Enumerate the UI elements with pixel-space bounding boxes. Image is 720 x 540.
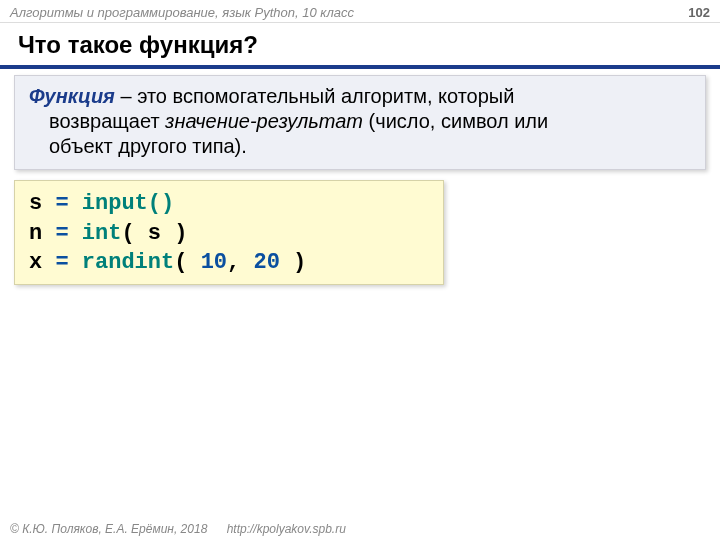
code-box: s = input() n = int( s ) x = randint( 10…: [14, 180, 444, 285]
code-t: x: [29, 250, 55, 275]
code-t: 10: [201, 250, 227, 275]
code-t: =: [55, 221, 81, 246]
footer-copyright: © К.Ю. Поляков, Е.А. Ерёмин, 2018: [10, 522, 207, 536]
code-t: =: [55, 250, 81, 275]
code-t: =: [55, 191, 81, 216]
page-number: 102: [688, 5, 710, 20]
definition-dash: –: [115, 85, 137, 107]
code-t: 20: [253, 250, 279, 275]
definition-line1: это вспомогательный алгоритм, который: [137, 85, 514, 107]
code-t: ): [280, 250, 306, 275]
code-t: int: [82, 221, 122, 246]
definition-line2b: значение-результат: [165, 110, 363, 132]
definition-line2c: (число, символ или: [363, 110, 548, 132]
definition-body: возвращает значение-результат (число, си…: [29, 109, 691, 159]
slide: Алгоритмы и программирование, язык Pytho…: [0, 0, 720, 540]
definition-term: Функция: [29, 85, 115, 107]
footer: © К.Ю. Поляков, Е.А. Ерёмин, 2018 http:/…: [10, 522, 346, 536]
definition-line2a: возвращает: [49, 110, 165, 132]
definition-line3: объект другого типа).: [49, 135, 247, 157]
code-t: input(): [82, 191, 174, 216]
code-t: randint: [82, 250, 174, 275]
header: Алгоритмы и программирование, язык Pytho…: [0, 0, 720, 23]
course-label: Алгоритмы и программирование, язык Pytho…: [10, 5, 354, 20]
definition-box: Функция – это вспомогательный алгоритм, …: [14, 75, 706, 170]
code-t: (: [174, 250, 200, 275]
code-t: ( s ): [121, 221, 187, 246]
slide-title: Что такое функция?: [0, 23, 720, 69]
code-t: s: [29, 191, 55, 216]
code-t: ,: [227, 250, 253, 275]
code-t: n: [29, 221, 55, 246]
footer-url: http://kpolyakov.spb.ru: [227, 522, 346, 536]
